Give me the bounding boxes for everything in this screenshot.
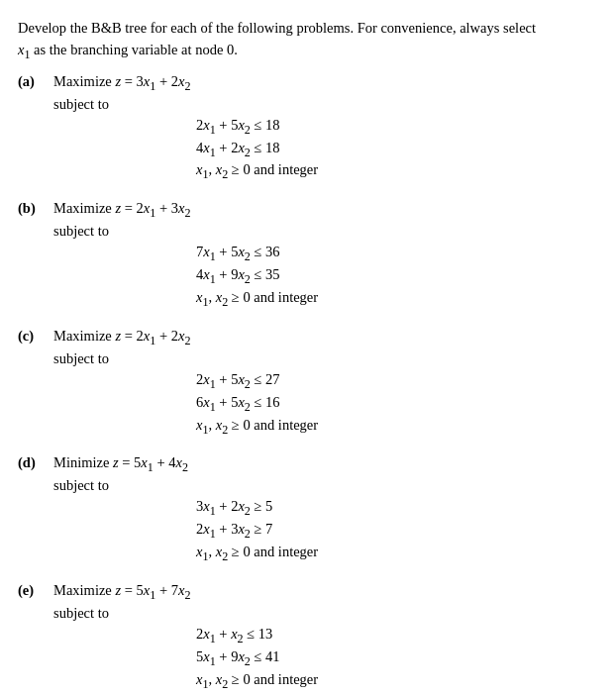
problem-c-constraint-3: x1, x2 ≥ 0 and integer [196, 417, 594, 438]
problem-e-constraint-3: x1, x2 ≥ 0 and integer [196, 671, 594, 692]
problem-a-constraint-3: x1, x2 ≥ 0 and integer [196, 161, 594, 182]
problem-c-label: (c) [18, 328, 48, 345]
problem-a-subject: subject to [53, 96, 594, 113]
problem-e-constraints: 2x1 + x2 ≤ 13 5x1 + 9x2 ≤ 41 x1, x2 ≥ 0 … [196, 626, 594, 692]
problem-c-constraint-1: 2x1 + 5x2 ≤ 27 [196, 371, 594, 392]
problem-a-constraint-2: 4x1 + 2x2 ≤ 18 [196, 140, 594, 160]
problem-b-constraint-1: 7x1 + 5x2 ≤ 36 [196, 244, 594, 264]
intro-text: Develop the B&B tree for each of the fol… [18, 18, 594, 63]
problem-b: (b) Maximize z = 2x1 + 3x2 subject to 7x… [18, 200, 594, 310]
problem-e: (e) Maximize z = 5x1 + 7x2 subject to 2x… [18, 582, 594, 692]
problems-container: (a) Maximize z = 3x1 + 2x2 subject to 2x… [18, 73, 594, 692]
problem-c: (c) Maximize z = 2x1 + 2x2 subject to 2x… [18, 328, 594, 438]
problem-a-constraint-1: 2x1 + 5x2 ≤ 18 [196, 117, 594, 138]
problem-d-label: (d) [18, 454, 48, 471]
problem-e-constraint-1: 2x1 + x2 ≤ 13 [196, 626, 594, 646]
problem-c-title: Maximize z = 2x1 + 2x2 [53, 328, 190, 348]
problem-d-constraint-3: x1, x2 ≥ 0 and integer [196, 544, 594, 564]
problem-d-constraint-2: 2x1 + 3x2 ≥ 7 [196, 521, 594, 542]
problem-d-constraint-1: 3x1 + 2x2 ≥ 5 [196, 498, 594, 519]
problem-b-subject: subject to [53, 223, 594, 240]
problem-c-constraints: 2x1 + 5x2 ≤ 27 6x1 + 5x2 ≤ 16 x1, x2 ≥ 0… [196, 371, 594, 438]
problem-d-constraints: 3x1 + 2x2 ≥ 5 2x1 + 3x2 ≥ 7 x1, x2 ≥ 0 a… [196, 498, 594, 564]
problem-a-constraints: 2x1 + 5x2 ≤ 18 4x1 + 2x2 ≤ 18 x1, x2 ≥ 0… [196, 117, 594, 183]
problem-a-title: Maximize z = 3x1 + 2x2 [53, 73, 190, 94]
intro-line2: x1 as the branching variable at node 0. [18, 42, 238, 57]
problem-a-label: (a) [18, 73, 48, 90]
problem-d-title: Minimize z = 5x1 + 4x2 [53, 454, 188, 475]
problem-d: (d) Minimize z = 5x1 + 4x2 subject to 3x… [18, 454, 594, 564]
problem-b-constraint-3: x1, x2 ≥ 0 and integer [196, 289, 594, 310]
problem-e-subject: subject to [53, 605, 594, 622]
problem-b-constraint-2: 4x1 + 9x2 ≤ 35 [196, 266, 594, 287]
problem-e-label: (e) [18, 582, 48, 599]
problem-c-subject: subject to [53, 350, 594, 367]
problem-e-title: Maximize z = 5x1 + 7x2 [53, 582, 190, 603]
problem-e-constraint-2: 5x1 + 9x2 ≤ 41 [196, 648, 594, 669]
problem-b-constraints: 7x1 + 5x2 ≤ 36 4x1 + 9x2 ≤ 35 x1, x2 ≥ 0… [196, 244, 594, 310]
intro-line1: Develop the B&B tree for each of the fol… [18, 20, 536, 36]
problem-b-label: (b) [18, 200, 48, 217]
problem-b-title: Maximize z = 2x1 + 3x2 [53, 200, 190, 221]
problem-c-constraint-2: 6x1 + 5x2 ≤ 16 [196, 394, 594, 415]
problem-a: (a) Maximize z = 3x1 + 2x2 subject to 2x… [18, 73, 594, 183]
problem-d-subject: subject to [53, 477, 594, 494]
